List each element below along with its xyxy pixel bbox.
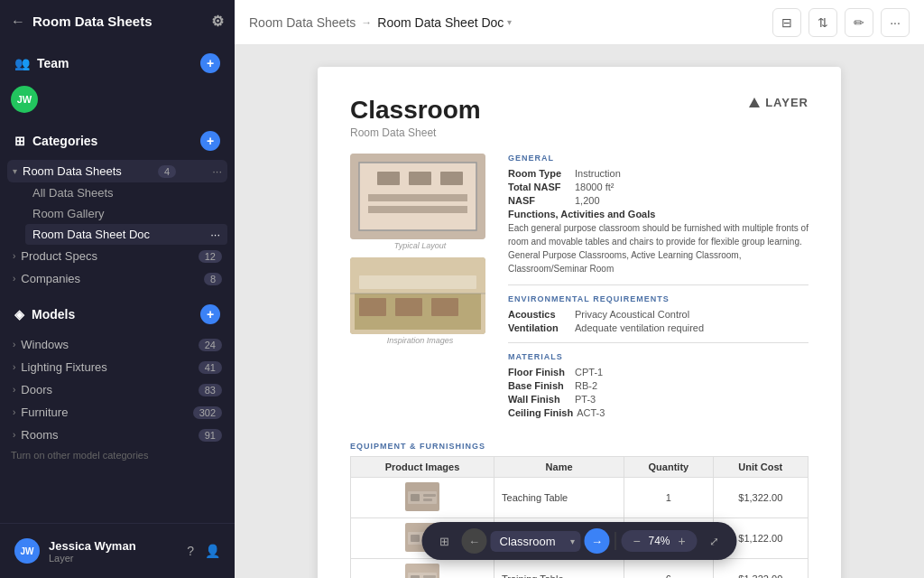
- sidebar-item-lighting-fixtures[interactable]: › Lighting Fixtures 41: [7, 356, 227, 378]
- sidebar-title: Room Data Sheets: [32, 14, 152, 29]
- sidebar-item-product-specs[interactable]: › Product Specs 12: [7, 245, 227, 267]
- edit-button[interactable]: ✏: [845, 8, 873, 37]
- inspiration-image: [350, 257, 485, 334]
- table-row: Teaching Table 1 $1,322.00: [351, 478, 808, 518]
- svg-rect-22: [411, 535, 420, 542]
- room-type-value: Instruction: [575, 168, 621, 179]
- main-content: Room Data Sheets → Room Data Sheet Doc ▾…: [235, 0, 924, 578]
- total-nasf-row: Total NASF 18000 ft²: [508, 182, 808, 192]
- room-data-sheets-more-icon[interactable]: ···: [212, 164, 222, 178]
- sidebar-item-room-gallery[interactable]: Room Gallery: [25, 203, 227, 224]
- breadcrumb-arrow: →: [361, 16, 372, 29]
- team-label: Team: [37, 56, 69, 70]
- ventilation-label: Ventilation: [508, 322, 571, 333]
- divider-1: [508, 284, 808, 285]
- back-icon[interactable]: ←: [11, 14, 25, 30]
- nasf-value: 1,200: [575, 195, 600, 206]
- breadcrumb-root[interactable]: Room Data Sheets: [249, 15, 356, 30]
- expand-button[interactable]: ⤢: [701, 527, 728, 555]
- category-list: ▾ Room Data Sheets 4 ··· All Data Sheets…: [0, 160, 235, 290]
- windows-chevron: ›: [13, 340, 15, 350]
- user-company: Layer: [49, 553, 178, 564]
- models-label: Models: [32, 307, 75, 322]
- wall-finish-label: Wall Finish: [508, 394, 571, 405]
- ventilation-value: Adequate ventilation required: [575, 322, 704, 333]
- general-section-label: GENERAL: [508, 154, 808, 163]
- document-area: LAYER Classroom Room Data Sheet: [235, 45, 924, 578]
- companies-label: Companies: [21, 272, 80, 285]
- zoom-in-button[interactable]: +: [674, 533, 690, 549]
- more-button[interactable]: ···: [881, 8, 910, 37]
- doc-logo: LAYER: [749, 96, 808, 109]
- sidebar-item-doors[interactable]: › Doors 83: [7, 378, 227, 401]
- product-qty-cell: 6: [624, 559, 713, 579]
- ceiling-finish-label: Ceiling Finish: [508, 407, 573, 418]
- zoom-out-icon: −: [633, 534, 640, 548]
- product-name-cell: Training Table: [494, 559, 624, 579]
- edit-icon: ✏: [854, 15, 864, 30]
- zoom-out-button[interactable]: −: [629, 533, 645, 549]
- doc-title: Classroom: [350, 96, 808, 125]
- equipment-label: EQUIPMENT & FURNISHINGS: [350, 442, 808, 451]
- typical-layout-caption: Typical Layout: [350, 241, 490, 250]
- sidebar-item-room-data-sheet-doc[interactable]: Room Data Sheet Doc ···: [25, 224, 227, 245]
- svg-rect-12: [431, 298, 458, 316]
- expand-icon: ⤢: [709, 535, 719, 548]
- total-nasf-label: Total NASF: [508, 182, 571, 192]
- sidebar-item-all-data-sheets[interactable]: All Data Sheets: [25, 182, 227, 203]
- gear-icon[interactable]: ⚙: [211, 13, 224, 30]
- sidebar-item-companies[interactable]: › Companies 8: [7, 267, 227, 290]
- acoustics-label: Acoustics: [508, 309, 571, 320]
- svg-rect-10: [359, 298, 386, 316]
- topbar-actions: ⊟ ⇅ ✏ ···: [772, 8, 910, 37]
- add-category-button[interactable]: +: [200, 131, 220, 151]
- materials-section: MATERIALS Floor Finish CPT-1 Base Finish…: [508, 352, 808, 418]
- grid-icon: ⊞: [439, 535, 449, 548]
- categories-icon: ⊞: [14, 134, 25, 148]
- sidebar-item-room-data-sheets[interactable]: ▾ Room Data Sheets 4 ···: [7, 160, 227, 182]
- breadcrumb-current[interactable]: Room Data Sheet Doc ▾: [377, 15, 512, 30]
- next-page-button[interactable]: →: [585, 528, 610, 554]
- profile-icon[interactable]: 👤: [205, 544, 220, 558]
- acoustics-value: Privacy Acoustical Control: [575, 309, 689, 320]
- filter-button[interactable]: ⊟: [772, 8, 801, 37]
- goals-text: Each general purpose classroom should be…: [508, 221, 808, 275]
- total-nasf-value: 18000 ft²: [575, 182, 614, 192]
- product-specs-badge: 12: [199, 250, 222, 263]
- user-avatar: JW: [14, 538, 40, 564]
- chevron-right-icon: ›: [13, 251, 15, 261]
- nasf-row: NASF 1,200: [508, 195, 808, 206]
- categories-label: Categories: [32, 134, 97, 148]
- prev-page-button[interactable]: ←: [462, 528, 487, 554]
- sort-button[interactable]: ⇅: [808, 8, 837, 37]
- breadcrumb: Room Data Sheets → Room Data Sheet Doc ▾: [249, 15, 512, 30]
- other-categories-hint: Turn on other model categories: [0, 446, 235, 464]
- add-team-button[interactable]: +: [200, 53, 220, 73]
- base-finish-row: Base Finish RB-2: [508, 380, 808, 391]
- rooms-badge: 91: [199, 429, 222, 442]
- page-select-wrap: Classroom: [491, 531, 581, 552]
- doc-page: LAYER Classroom Room Data Sheet: [318, 67, 841, 578]
- floor-finish-label: Floor Finish: [508, 367, 571, 378]
- sidebar-item-furniture[interactable]: › Furniture 302: [7, 401, 227, 424]
- avatar: JW: [11, 86, 38, 113]
- room-data-sheets-sub: All Data Sheets Room Gallery Room Data S…: [7, 182, 227, 245]
- sidebar-item-rooms[interactable]: › Rooms 91: [7, 424, 227, 446]
- sidebar-item-windows[interactable]: › Windows 24: [7, 333, 227, 356]
- doc-more-icon[interactable]: ···: [210, 228, 220, 241]
- add-model-button[interactable]: +: [200, 304, 220, 324]
- page-select[interactable]: Classroom: [491, 531, 581, 552]
- room-data-sheets-badge: 4: [158, 165, 176, 178]
- base-finish-value: RB-2: [575, 380, 597, 391]
- filter-icon: ⊟: [781, 15, 792, 30]
- zoom-value: 74%: [647, 535, 672, 547]
- room-type-row: Room Type Instruction: [508, 168, 808, 179]
- product-cost-cell: $1,322.00: [713, 559, 808, 579]
- help-icon[interactable]: ?: [187, 544, 194, 558]
- grid-button[interactable]: ⊞: [431, 527, 458, 555]
- acoustics-row: Acoustics Privacy Acoustical Control: [508, 309, 808, 320]
- divider-2: [508, 342, 808, 343]
- env-section-label: ENVIRONMENTAL REQUIREMENTS: [508, 294, 808, 303]
- logo-text: LAYER: [765, 96, 808, 109]
- svg-rect-2: [377, 172, 400, 185]
